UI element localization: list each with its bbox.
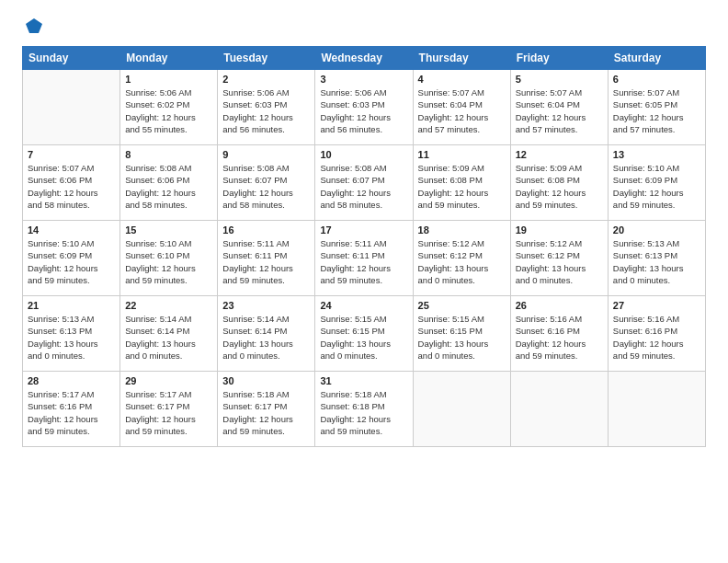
day-detail: Sunrise: 5:07 AM Sunset: 6:04 PM Dayligh… — [418, 86, 506, 135]
day-detail: Sunrise: 5:16 AM Sunset: 6:16 PM Dayligh… — [516, 313, 603, 362]
day-of-week-header: Saturday — [608, 47, 705, 70]
day-number: 22 — [125, 300, 212, 311]
day-number: 21 — [28, 300, 115, 311]
day-number: 15 — [125, 224, 212, 236]
day-number: 25 — [418, 300, 506, 311]
calendar-week-row: 14Sunrise: 5:10 AM Sunset: 6:09 PM Dayli… — [23, 221, 706, 296]
day-number: 27 — [613, 300, 700, 311]
day-number: 29 — [125, 375, 212, 386]
calendar-cell: 25Sunrise: 5:15 AM Sunset: 6:15 PM Dayli… — [413, 296, 510, 372]
calendar-cell: 2Sunrise: 5:06 AM Sunset: 6:03 PM Daylig… — [218, 70, 315, 145]
calendar-cell — [413, 372, 510, 447]
day-detail: Sunrise: 5:09 AM Sunset: 6:08 PM Dayligh… — [516, 162, 603, 211]
calendar-cell: 12Sunrise: 5:09 AM Sunset: 6:08 PM Dayli… — [510, 145, 608, 221]
day-detail: Sunrise: 5:13 AM Sunset: 6:13 PM Dayligh… — [28, 313, 115, 362]
day-number: 30 — [222, 375, 310, 386]
day-detail: Sunrise: 5:07 AM Sunset: 6:04 PM Dayligh… — [516, 86, 603, 135]
day-number: 28 — [28, 375, 115, 386]
calendar-cell: 21Sunrise: 5:13 AM Sunset: 6:13 PM Dayli… — [23, 296, 120, 372]
day-detail: Sunrise: 5:09 AM Sunset: 6:08 PM Dayligh… — [418, 162, 506, 211]
calendar-cell: 29Sunrise: 5:17 AM Sunset: 6:17 PM Dayli… — [120, 372, 218, 447]
day-number: 26 — [516, 300, 603, 311]
day-detail: Sunrise: 5:08 AM Sunset: 6:06 PM Dayligh… — [125, 162, 212, 211]
day-number: 8 — [125, 149, 212, 160]
calendar-cell: 23Sunrise: 5:14 AM Sunset: 6:14 PM Dayli… — [218, 296, 315, 372]
day-detail: Sunrise: 5:16 AM Sunset: 6:16 PM Dayligh… — [613, 313, 700, 362]
svg-marker-0 — [26, 18, 42, 33]
day-detail: Sunrise: 5:06 AM Sunset: 6:03 PM Dayligh… — [320, 86, 407, 135]
day-of-week-header: Sunday — [23, 47, 120, 70]
day-detail: Sunrise: 5:17 AM Sunset: 6:16 PM Dayligh… — [28, 388, 115, 437]
calendar-cell — [608, 372, 705, 447]
day-number: 17 — [320, 224, 407, 236]
calendar-header-row: SundayMondayTuesdayWednesdayThursdayFrid… — [23, 47, 706, 70]
day-detail: Sunrise: 5:18 AM Sunset: 6:18 PM Dayligh… — [320, 388, 407, 437]
calendar-cell: 20Sunrise: 5:13 AM Sunset: 6:13 PM Dayli… — [608, 221, 705, 296]
day-of-week-header: Monday — [120, 47, 218, 70]
calendar-cell: 6Sunrise: 5:07 AM Sunset: 6:05 PM Daylig… — [608, 70, 705, 145]
calendar-cell: 26Sunrise: 5:16 AM Sunset: 6:16 PM Dayli… — [510, 296, 608, 372]
day-detail: Sunrise: 5:11 AM Sunset: 6:11 PM Dayligh… — [320, 237, 407, 286]
calendar-week-row: 21Sunrise: 5:13 AM Sunset: 6:13 PM Dayli… — [23, 296, 706, 372]
day-number: 11 — [418, 149, 506, 160]
day-detail: Sunrise: 5:10 AM Sunset: 6:09 PM Dayligh… — [28, 237, 115, 286]
calendar-cell: 11Sunrise: 5:09 AM Sunset: 6:08 PM Dayli… — [413, 145, 510, 221]
calendar: SundayMondayTuesdayWednesdayThursdayFrid… — [22, 46, 706, 447]
calendar-week-row: 7Sunrise: 5:07 AM Sunset: 6:06 PM Daylig… — [23, 145, 706, 221]
calendar-cell: 22Sunrise: 5:14 AM Sunset: 6:14 PM Dayli… — [120, 296, 218, 372]
day-number: 13 — [613, 149, 700, 160]
logo-text — [22, 17, 44, 37]
calendar-cell: 16Sunrise: 5:11 AM Sunset: 6:11 PM Dayli… — [218, 221, 315, 296]
day-number: 19 — [516, 224, 603, 236]
calendar-cell — [510, 372, 608, 447]
day-number: 31 — [320, 375, 407, 386]
day-detail: Sunrise: 5:15 AM Sunset: 6:15 PM Dayligh… — [320, 313, 407, 362]
calendar-cell: 3Sunrise: 5:06 AM Sunset: 6:03 PM Daylig… — [315, 70, 413, 145]
day-number: 24 — [320, 300, 407, 311]
day-number: 9 — [222, 149, 310, 160]
day-of-week-header: Tuesday — [218, 47, 315, 70]
day-detail: Sunrise: 5:06 AM Sunset: 6:02 PM Dayligh… — [125, 86, 212, 135]
calendar-cell: 15Sunrise: 5:10 AM Sunset: 6:10 PM Dayli… — [120, 221, 218, 296]
day-number: 18 — [418, 224, 506, 236]
day-detail: Sunrise: 5:17 AM Sunset: 6:17 PM Dayligh… — [125, 388, 212, 437]
calendar-cell: 5Sunrise: 5:07 AM Sunset: 6:04 PM Daylig… — [510, 70, 608, 145]
day-number: 20 — [613, 224, 700, 236]
calendar-week-row: 1Sunrise: 5:06 AM Sunset: 6:02 PM Daylig… — [23, 70, 706, 145]
day-detail: Sunrise: 5:10 AM Sunset: 6:10 PM Dayligh… — [125, 237, 212, 286]
day-detail: Sunrise: 5:13 AM Sunset: 6:13 PM Dayligh… — [613, 237, 700, 286]
day-detail: Sunrise: 5:08 AM Sunset: 6:07 PM Dayligh… — [320, 162, 407, 211]
calendar-cell: 19Sunrise: 5:12 AM Sunset: 6:12 PM Dayli… — [510, 221, 608, 296]
day-of-week-header: Wednesday — [315, 47, 413, 70]
day-detail: Sunrise: 5:07 AM Sunset: 6:06 PM Dayligh… — [28, 162, 115, 211]
calendar-cell: 28Sunrise: 5:17 AM Sunset: 6:16 PM Dayli… — [23, 372, 120, 447]
calendar-cell: 1Sunrise: 5:06 AM Sunset: 6:02 PM Daylig… — [120, 70, 218, 145]
day-number: 16 — [222, 224, 310, 236]
day-detail: Sunrise: 5:11 AM Sunset: 6:11 PM Dayligh… — [222, 237, 310, 286]
calendar-cell: 8Sunrise: 5:08 AM Sunset: 6:06 PM Daylig… — [120, 145, 218, 221]
day-detail: Sunrise: 5:07 AM Sunset: 6:05 PM Dayligh… — [613, 86, 700, 135]
calendar-cell: 7Sunrise: 5:07 AM Sunset: 6:06 PM Daylig… — [23, 145, 120, 221]
calendar-cell: 4Sunrise: 5:07 AM Sunset: 6:04 PM Daylig… — [413, 70, 510, 145]
calendar-cell: 27Sunrise: 5:16 AM Sunset: 6:16 PM Dayli… — [608, 296, 705, 372]
header — [22, 17, 706, 37]
calendar-cell: 31Sunrise: 5:18 AM Sunset: 6:18 PM Dayli… — [315, 372, 413, 447]
calendar-cell: 18Sunrise: 5:12 AM Sunset: 6:12 PM Dayli… — [413, 221, 510, 296]
calendar-cell: 14Sunrise: 5:10 AM Sunset: 6:09 PM Dayli… — [23, 221, 120, 296]
day-detail: Sunrise: 5:06 AM Sunset: 6:03 PM Dayligh… — [222, 86, 310, 135]
day-detail: Sunrise: 5:10 AM Sunset: 6:09 PM Dayligh… — [613, 162, 700, 211]
day-detail: Sunrise: 5:18 AM Sunset: 6:17 PM Dayligh… — [222, 388, 310, 437]
logo-flag-icon — [24, 17, 44, 37]
calendar-cell: 9Sunrise: 5:08 AM Sunset: 6:07 PM Daylig… — [218, 145, 315, 221]
logo — [22, 17, 44, 37]
calendar-cell: 13Sunrise: 5:10 AM Sunset: 6:09 PM Dayli… — [608, 145, 705, 221]
day-detail: Sunrise: 5:12 AM Sunset: 6:12 PM Dayligh… — [516, 237, 603, 286]
day-number: 23 — [222, 300, 310, 311]
calendar-cell: 24Sunrise: 5:15 AM Sunset: 6:15 PM Dayli… — [315, 296, 413, 372]
calendar-cell — [23, 70, 120, 145]
day-number: 3 — [320, 74, 407, 85]
day-number: 6 — [613, 74, 700, 85]
day-number: 5 — [516, 74, 603, 85]
day-detail: Sunrise: 5:14 AM Sunset: 6:14 PM Dayligh… — [125, 313, 212, 362]
day-number: 4 — [418, 74, 506, 85]
